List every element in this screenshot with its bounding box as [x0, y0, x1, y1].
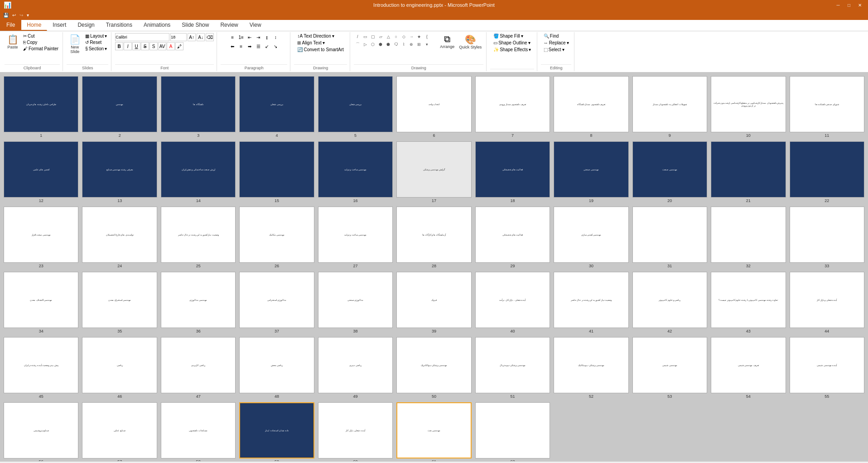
slide-item[interactable]: بررسی شغلی4 [239, 76, 314, 138]
paste-button[interactable]: 📋 Paste [5, 33, 21, 50]
slide-item[interactable]: متالورژی صنعتی38 [318, 272, 393, 333]
slide-item[interactable]: مهندسی صنعتی19 [554, 141, 628, 203]
qa-dropdown-button[interactable]: ▾ [25, 12, 30, 18]
increase-indent-button[interactable]: ⇥ [254, 33, 262, 41]
text-direction-button[interactable]: ↕A Text Direction ▾ [296, 33, 335, 39]
tab-design[interactable]: Design [72, 20, 100, 31]
section-button[interactable]: § Section ▾ [84, 46, 108, 52]
shape-arrow[interactable]: → [408, 33, 415, 40]
rtl-button[interactable]: ↙ [263, 42, 271, 50]
maximize-button[interactable]: □ [844, 1, 854, 9]
align-text-button[interactable]: ⊞ Align Text ▾ [296, 40, 326, 46]
save-qa-button[interactable]: 💾 [2, 12, 10, 18]
convert-smartart-button[interactable]: 🔄 Convert to SmartArt [296, 47, 345, 53]
slides-panel[interactable]: طراحی داخلی: رشته ها و جریان1مهندس2دانشگ… [0, 72, 868, 461]
font-name-input[interactable] [115, 33, 169, 41]
slide-item[interactable]: مهندسی پزشکی- بیومکانیک52 [554, 337, 628, 399]
slide-item[interactable]: ریاضی محض48 [239, 337, 314, 399]
strikethrough-button[interactable]: S [141, 42, 149, 50]
slide-item[interactable]: صنایع پتروشیمی56 [4, 402, 78, 461]
slide-item[interactable]: گرایش مهندسی پزشکی17 [396, 141, 471, 203]
clear-format-button[interactable]: ⌫ [206, 33, 214, 41]
copy-button[interactable]: ⎘ Copy [22, 39, 60, 45]
shape-star[interactable]: ★ [415, 33, 423, 40]
slide-item[interactable]: مهندسی سخت افزار23 [4, 207, 78, 268]
bold-button[interactable]: B [115, 42, 123, 50]
arrange-button[interactable]: ⧉ Arrange [438, 33, 456, 50]
slide-item[interactable]: آینده شغلی، بازار کار60 [318, 402, 393, 461]
new-slide-button[interactable]: 📄 NewSlide [67, 33, 83, 55]
slide-item[interactable]: 15 [239, 141, 314, 203]
slide-item[interactable]: مهندسی شیمی53 [632, 337, 707, 399]
select-button[interactable]: ⬚ Select ▾ [542, 47, 566, 53]
reset-button[interactable]: ↺ Reset [84, 39, 108, 45]
slide-item[interactable]: مهندس2 [82, 76, 157, 138]
shape-9[interactable]: ⊕ [408, 41, 415, 48]
slide-item[interactable]: تسهیلات اعطایی به دانشجویان ممتاز9 [632, 76, 707, 138]
shape-triangle[interactable]: △ [385, 33, 392, 40]
font-size-input[interactable] [170, 33, 187, 41]
tab-slideshow[interactable]: Slide Show [176, 20, 215, 31]
tab-transitions[interactable]: Transitions [101, 20, 138, 31]
minimize-button[interactable]: ─ [834, 1, 843, 9]
slide-item[interactable]: صنایع غذایی57 [82, 402, 157, 461]
slide-item[interactable]: مهندسی ساخت و تولید16 [318, 141, 393, 203]
line-spacing-button[interactable]: ↕ [271, 33, 280, 41]
slide-item[interactable]: وضعیت نیاز کشور به این رشته در حال حاضر4… [554, 272, 628, 333]
slide-item[interactable]: مهندسی ساخت و تولید27 [318, 207, 393, 268]
slide-item[interactable]: مهندسی کشتی سازی30 [554, 207, 628, 268]
slide-item[interactable]: 33 [790, 207, 864, 268]
align-center-button[interactable]: ≡ [237, 42, 245, 50]
bullets-button[interactable]: ≡ [228, 33, 236, 41]
shape-2[interactable]: ⌒ [354, 41, 361, 48]
italic-button[interactable]: I [124, 42, 132, 50]
decrease-font-button[interactable]: A↓ [197, 33, 205, 41]
shape-7[interactable]: 🗨 [392, 41, 400, 48]
shape-4[interactable]: ⬡ [369, 41, 376, 48]
shape-more[interactable]: ▾ [423, 41, 430, 48]
slide-item[interactable]: ارزش صنعت ساختمانی و نقش ایران14 [161, 141, 236, 203]
format-painter-button[interactable]: 🖌 Format Painter [22, 46, 60, 52]
slide-item[interactable]: آینده مهندسی شیمی55 [790, 337, 864, 399]
underline-button[interactable]: U [132, 42, 140, 50]
slide-item[interactable]: شورای صنفی دانشکده ها11 [790, 76, 864, 138]
layout-button[interactable]: ▦ Layout ▾ [84, 33, 108, 39]
tab-file[interactable]: File [0, 20, 21, 31]
align-left-button[interactable]: ⬅ [228, 42, 236, 50]
shape-outline-button[interactable]: ▭ Shape Outline ▾ [492, 40, 531, 46]
slide-item[interactable]: 31 [632, 207, 707, 268]
slide-item[interactable]: تفاوت رشته مهندسی کامپیوتر با رشته علوم … [711, 272, 786, 333]
slide-item[interactable]: تعریف دانشجوی ممتاز ورودی7 [475, 76, 550, 138]
slide-item[interactable]: مهندسی متالورژی36 [161, 272, 236, 333]
shape-effects-button[interactable]: ✨ Shape Effects ▾ [492, 47, 532, 53]
char-spacing-button[interactable]: AV [158, 42, 166, 50]
slide-item[interactable]: دانشگاه ها3 [161, 76, 236, 138]
slide-item[interactable]: مهندسی اکتشاف معدن34 [4, 272, 78, 333]
shape-fill-button[interactable]: 🪣 Shape Fill ▾ [492, 33, 524, 39]
shape-parallelogram[interactable]: ▱ [377, 33, 384, 40]
align-right-button[interactable]: ➡ [246, 42, 254, 50]
slide-item[interactable]: ریاضی کاربردی47 [161, 337, 236, 399]
slide-item[interactable]: تعریف دانشجوی ممتاز دانشگاه8 [554, 76, 628, 138]
slide-item[interactable]: مهندسی مکانیک26 [239, 207, 314, 268]
slide-item[interactable]: 21 [711, 141, 786, 203]
slide-item[interactable]: ریاضی46 [82, 337, 157, 399]
redo-qa-button[interactable]: ↪ [18, 12, 24, 18]
decrease-indent-button[interactable]: ⇤ [246, 33, 254, 41]
slide-item[interactable]: مهندسی نفت61 [396, 402, 471, 461]
shape-line[interactable]: / [354, 33, 361, 40]
slide-item[interactable]: پیش بینی وضعیت آینده رشته در ایران45 [4, 337, 78, 399]
shape-rect[interactable]: ▭ [362, 33, 369, 40]
tab-review[interactable]: Review [215, 20, 244, 31]
slide-item[interactable]: مهندسی پزشکی-بیوالکتریک50 [396, 337, 471, 399]
slide-item[interactable]: فعالیت های تحقیقاتی18 [475, 141, 550, 203]
slide-item[interactable]: ریاضی و علوم کامپیوتر42 [632, 272, 707, 333]
slide-item[interactable]: تعریف مهندسی شیمی54 [711, 337, 786, 399]
increase-font-button[interactable]: A↑ [188, 33, 196, 41]
tab-animations[interactable]: Animations [138, 20, 176, 31]
tab-home[interactable]: Home [21, 20, 47, 31]
slide-item[interactable]: بررسی شغلی5 [318, 76, 393, 138]
shape-8[interactable]: ⌇ [400, 41, 407, 48]
slide-item[interactable]: مهندسی استخراج معدن35 [82, 272, 157, 333]
slide-item[interactable]: آینده شغلی و بازار کار44 [790, 272, 864, 333]
